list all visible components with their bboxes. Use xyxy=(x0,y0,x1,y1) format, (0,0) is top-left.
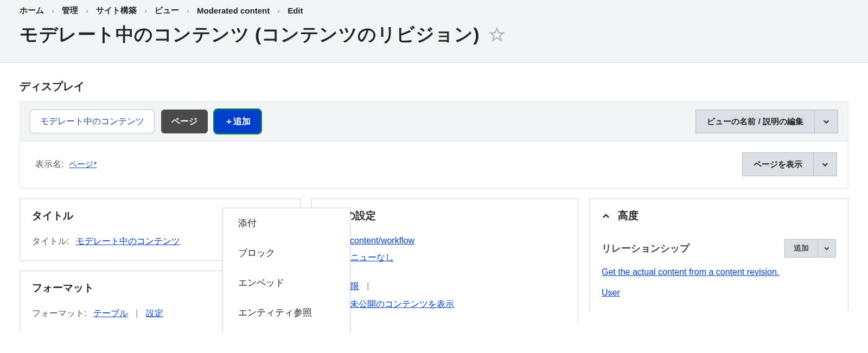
breadcrumb-moderated[interactable]: Moderated content xyxy=(197,6,270,15)
display-tabs-bar: モデレート中のコンテンツ ページ ＋追加 ビューの名前 / 説明の編集 xyxy=(20,101,848,142)
breadcrumb-views[interactable]: ビュー xyxy=(155,5,179,16)
format-settings-link[interactable]: 設定 xyxy=(146,309,163,318)
tab-default-display[interactable]: モデレート中のコンテンツ xyxy=(30,110,155,133)
chevron-down-icon xyxy=(824,245,830,252)
title-value-link[interactable]: モデレート中のコンテンツ xyxy=(76,236,180,246)
breadcrumb-sep: › xyxy=(52,6,54,15)
advanced-panel-header[interactable]: 高度 xyxy=(590,199,848,233)
edit-view-name-button[interactable]: ビューの名前 / 説明の編集 xyxy=(695,110,814,133)
chevron-up-icon xyxy=(602,211,610,220)
page-title: モデレート中のコンテンツ (コンテンツのリビジョン) xyxy=(20,22,480,47)
edit-view-name-split: ビューの名前 / 説明の編集 xyxy=(695,110,838,133)
breadcrumb-sep: › xyxy=(187,6,189,15)
show-display-button[interactable]: ページを表示 xyxy=(742,152,813,176)
displays-label: ディスプレイ xyxy=(20,79,848,94)
page-settings-header: XXの設定 xyxy=(312,199,578,233)
breadcrumb: ホーム › 管理 › サイト構築 › ビュー › Moderated conte… xyxy=(20,5,848,16)
dropdown-item-embed[interactable]: エンベッド xyxy=(223,268,350,298)
dropdown-item-attachment[interactable]: 添付 xyxy=(223,208,350,238)
edit-view-name-caret[interactable] xyxy=(814,110,838,133)
breadcrumb-admin[interactable]: 管理 xyxy=(62,5,78,16)
chevron-down-icon xyxy=(821,161,829,168)
title-label: タイトル: xyxy=(32,236,69,246)
page-settings-panel: XXの設定 admin/content/workflow ー: メニューなし ス… xyxy=(311,198,578,323)
breadcrumb-sep: › xyxy=(277,6,280,15)
breadcrumb-sep: › xyxy=(144,6,147,15)
tab-page-display[interactable]: ページ xyxy=(161,110,208,133)
format-label: フォーマット: xyxy=(32,309,86,318)
relationship-link-1[interactable]: Get the actual content from a content re… xyxy=(602,267,779,277)
breadcrumb-home[interactable]: ホーム xyxy=(20,5,44,16)
format-value-link[interactable]: テーブル xyxy=(93,309,128,318)
dropdown-item-feed[interactable]: フィード xyxy=(223,328,350,332)
show-display-split: ページを表示 xyxy=(742,152,837,176)
display-name-link[interactable]: ページ* xyxy=(69,159,97,170)
relationships-add-caret[interactable] xyxy=(818,239,836,258)
relationships-add-button[interactable]: 追加 xyxy=(784,239,818,258)
show-display-caret[interactable] xyxy=(813,152,837,176)
breadcrumb-edit[interactable]: Edit xyxy=(288,6,303,15)
relationships-heading: リレーションシップ xyxy=(602,242,690,255)
add-display-button[interactable]: ＋追加 xyxy=(214,110,261,133)
star-icon[interactable] xyxy=(489,27,505,42)
display-name-label: 表示名: xyxy=(35,159,63,170)
add-display-dropdown: 添付 ブロック エンベッド エンティティ参照 フィード ページ xyxy=(222,208,350,332)
dropdown-item-block[interactable]: ブロック xyxy=(223,238,350,268)
breadcrumb-sep: › xyxy=(86,6,88,15)
breadcrumb-structure[interactable]: サイト構築 xyxy=(96,5,137,16)
chevron-down-icon xyxy=(822,118,830,125)
dropdown-item-entity-reference[interactable]: エンティティ参照 xyxy=(223,298,350,328)
relationships-add-split: 追加 xyxy=(784,239,836,258)
relationship-link-2[interactable]: User xyxy=(602,288,620,297)
display-name-row: 表示名: ページ* ページを表示 xyxy=(20,142,848,189)
advanced-panel: 高度 リレーションシップ 追加 Get the actual content xyxy=(589,198,848,311)
svg-marker-0 xyxy=(490,28,503,40)
